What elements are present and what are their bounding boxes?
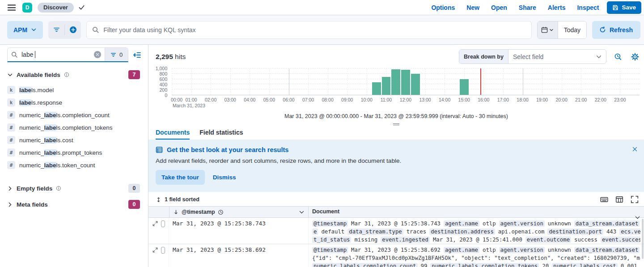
nav-alerts[interactable]: Alerts — [548, 4, 566, 11]
top-nav: OptionsNewOpenShareAlertsInspect — [431, 4, 599, 11]
dismiss-link[interactable]: Dismiss — [213, 174, 236, 181]
field-type-badge: # — [7, 148, 15, 157]
space-avatar[interactable]: D — [22, 3, 32, 13]
histogram-bar[interactable] — [460, 79, 469, 95]
row-controls — [148, 218, 169, 244]
take-tour-button[interactable]: Take the tour — [156, 170, 205, 185]
field-item[interactable]: klabels.response — [7, 96, 144, 109]
tour-callout: Get the best look at your search results… — [148, 140, 644, 192]
document-cell: @timestampMar 31, 2023 @ 15:25:38.743age… — [309, 218, 644, 244]
expand-row-icon[interactable] — [152, 220, 158, 227]
search-icon — [92, 26, 99, 34]
refresh-button[interactable]: Refresh — [592, 21, 640, 39]
expand-row-icon[interactable] — [152, 246, 158, 253]
display-options-icon[interactable] — [615, 195, 624, 204]
field-item[interactable]: #numeric_labels.completion_count — [7, 109, 144, 121]
chart-resize-handle[interactable] — [393, 123, 399, 126]
field-name: numeric_labels.cost — [19, 137, 73, 144]
breakdown-select[interactable]: Break down by Select field — [459, 49, 606, 64]
x-tick-label: 02:00 — [205, 97, 216, 102]
field-name-pill: @timestamp — [312, 220, 348, 227]
field-name: numeric_labels.completion_count — [19, 112, 110, 119]
field-name-pill: data_stream.dataset — [574, 247, 640, 253]
keyboard-shortcuts-icon[interactable] — [600, 195, 609, 204]
collapse-sidebar-icon[interactable] — [133, 50, 144, 60]
date-range-button[interactable]: Today — [558, 21, 586, 38]
x-tick-label: 04:00 — [244, 97, 255, 102]
calendar-icon[interactable] — [538, 21, 558, 38]
timestamp-column-header[interactable]: @timestamp — [169, 207, 309, 217]
document-column-header[interactable]: Document — [309, 207, 644, 217]
field-filter-count-button[interactable]: 0 — [105, 48, 128, 61]
field-value: Mar 31, 2023 @ 15:25:38.692 — [351, 247, 441, 253]
table-scrollbar[interactable] — [642, 219, 644, 259]
histogram-bar[interactable] — [382, 77, 391, 95]
callout-body: Add relevant fields, reorder and sort co… — [156, 157, 637, 164]
field-item[interactable]: #numeric_labels.token_count — [7, 159, 144, 171]
nav-inspect[interactable]: Inspect — [577, 4, 599, 11]
row-checkbox[interactable] — [161, 220, 165, 227]
nav-new[interactable]: New — [466, 4, 479, 11]
kql-placeholder: Filter your data using KQL syntax — [103, 26, 195, 34]
fields-sidebar: labe 0 Available f — [0, 45, 148, 267]
data-view-picker[interactable]: APM — [7, 21, 43, 39]
add-filter-icon[interactable] — [65, 21, 81, 39]
sorted-fields-button[interactable]: 1 field sorted — [156, 196, 199, 203]
y-tick-label: 400 — [148, 82, 167, 87]
x-tick-label: 10:00 — [361, 97, 373, 102]
search-session-icon[interactable] — [613, 51, 623, 62]
sort-desc-icon — [173, 209, 179, 215]
histogram-bar[interactable] — [411, 74, 420, 95]
gear-icon[interactable] — [630, 51, 640, 62]
menu-icon[interactable] — [5, 1, 18, 14]
available-fields-header[interactable]: Available fields 7 — [7, 70, 144, 79]
chevron-down-icon — [549, 28, 554, 32]
x-tick-label: 03:00 — [225, 97, 236, 102]
nav-options[interactable]: Options — [431, 4, 455, 11]
plot-area[interactable] — [172, 68, 640, 95]
field-item[interactable]: #numeric_labels.prompt_tokens — [7, 146, 144, 159]
y-tick-label: 800 — [148, 71, 167, 76]
field-item[interactable]: #numeric_labels.completion_tokens — [7, 121, 144, 134]
breadcrumb[interactable]: Discover — [38, 3, 74, 13]
main-panel: 2,295 hits Break down by Select field — [148, 45, 644, 267]
tab-field-statistics[interactable]: Field statistics — [199, 127, 243, 140]
document-cell: @timestampMar 31, 2023 @ 15:25:38.692age… — [309, 244, 644, 267]
result-tabs: DocumentsField statistics — [148, 126, 644, 140]
empty-fields-header[interactable]: Empty fields 0 — [7, 184, 144, 193]
x-tick-label: 23:00 — [614, 97, 626, 102]
field-search-input[interactable]: labe — [8, 48, 105, 61]
close-icon[interactable] — [630, 144, 640, 154]
field-item[interactable]: #numeric_labels.cost — [7, 134, 144, 146]
field-item[interactable]: klabels.model — [7, 84, 144, 96]
current-time-marker — [480, 68, 481, 95]
table-row: Mar 31, 2023 @ 15:25:38.692@timestampMar… — [148, 244, 644, 267]
clear-search-icon[interactable] — [94, 51, 101, 58]
field-value: 99 — [421, 263, 428, 267]
nav-open[interactable]: Open — [491, 4, 507, 11]
histogram-bar[interactable] — [401, 70, 410, 95]
discover-app: D Discover OptionsNewOpenShareAlertsInsp… — [0, 0, 644, 267]
x-axis-date-label: March 31, 2023 — [173, 103, 205, 108]
field-value: otlp — [483, 220, 496, 227]
histogram-bar[interactable] — [372, 82, 381, 95]
histogram-bar[interactable] — [391, 69, 400, 95]
fullscreen-icon[interactable] — [631, 195, 640, 204]
sort-fields-icon — [156, 197, 161, 203]
field-type-badge: # — [7, 123, 15, 131]
save-button[interactable]: Save — [607, 1, 641, 14]
x-axis: 00:0001:0002:0003:0004:0005:0006:0007:00… — [172, 97, 640, 103]
x-tick-label: 19:00 — [536, 97, 548, 102]
document-line: numeric_labels.completion_count99numeric… — [312, 262, 640, 267]
x-tick-label: 13:00 — [419, 97, 431, 102]
nav-share[interactable]: Share — [519, 4, 536, 11]
filter-icon[interactable] — [48, 21, 64, 39]
chevron-down-icon — [596, 54, 602, 60]
row-checkbox[interactable] — [161, 247, 165, 254]
chevron-down-icon[interactable] — [299, 209, 305, 215]
meta-fields-header[interactable]: Meta fields 0 — [7, 200, 144, 209]
kql-search-input[interactable]: Filter your data using KQL syntax — [86, 21, 532, 39]
tab-documents[interactable]: Documents — [156, 127, 190, 140]
field-value: default — [321, 229, 344, 235]
saved-check-icon — [78, 4, 85, 11]
